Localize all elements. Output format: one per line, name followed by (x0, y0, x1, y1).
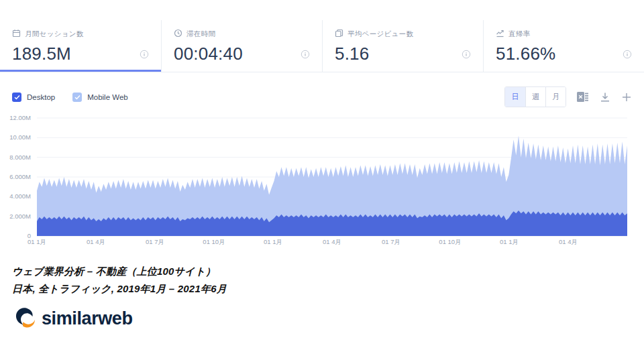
granularity-day-button[interactable]: 日 (505, 87, 525, 107)
granularity-switcher: 日 週 月 (504, 86, 566, 107)
metric-label: 直帰率 (508, 29, 530, 39)
info-icon[interactable] (623, 50, 632, 59)
pages-icon (335, 29, 343, 39)
calendar-icon (12, 29, 21, 39)
report-caption: ウェブ業界分析 – 不動産（上位100サイト） 日本, 全トラフィック, 201… (12, 263, 227, 298)
chart-toolbar: Desktop Mobile Web 日 週 月 (12, 86, 632, 107)
metric-tab-pages-per-visit[interactable]: 平均ページビュー数 5.16 (322, 20, 483, 72)
checkbox-checked-icon[interactable] (12, 93, 21, 102)
metric-tab-monthly-sessions[interactable]: 月間セッション数 189.5M (0, 20, 161, 72)
metric-tab-visit-duration[interactable]: 滞在時間 00:04:40 (161, 20, 322, 72)
granularity-week-button[interactable]: 週 (525, 87, 545, 107)
metric-label: 滞在時間 (186, 29, 215, 39)
x-axis-label: 01 7月 (382, 238, 400, 245)
mobile-web-legend-checkbox[interactable]: Mobile Web (72, 93, 128, 102)
metric-value: 5.16 (335, 44, 369, 64)
clock-icon (174, 29, 182, 39)
similarweb-logo: similarweb (15, 307, 133, 330)
y-axis-label: 12.00M (9, 114, 31, 121)
similarweb-logo-text: similarweb (42, 308, 133, 329)
x-axis-label: 01 1月 (28, 238, 46, 245)
x-axis-label: 01 7月 (146, 238, 164, 245)
caption-line-2: 日本, 全トラフィック, 2019年1月 – 2021年6月 (12, 280, 227, 298)
y-axis-label: 4.000M (9, 192, 31, 200)
traffic-area-chart[interactable]: 12.00M10.00M8.000M6.000M4.000M2.000M001 … (0, 111, 644, 248)
metric-label: 月間セッション数 (25, 29, 84, 39)
x-axis-label: 01 4月 (87, 238, 105, 245)
y-axis-label: 6.000M (9, 173, 31, 180)
x-axis-label: 01 10月 (439, 238, 461, 245)
info-icon[interactable] (462, 50, 471, 59)
info-icon[interactable] (301, 50, 310, 59)
y-axis-label: 8.000M (9, 154, 31, 161)
similarweb-logo-icon (15, 307, 36, 330)
metric-value: 00:04:40 (174, 44, 243, 64)
legend-label: Desktop (27, 93, 55, 101)
download-icon (599, 95, 611, 105)
download-button[interactable] (599, 91, 611, 103)
metric-value: 51.66% (496, 44, 555, 64)
x-axis-label: 01 4月 (323, 238, 341, 245)
metric-tab-bounce-rate[interactable]: 直帰率 51.66% (483, 20, 644, 72)
metric-label: 平均ページビュー数 (347, 29, 413, 39)
add-button[interactable] (621, 92, 632, 103)
excel-export-icon (576, 95, 589, 105)
caption-line-1: ウェブ業界分析 – 不動産（上位100サイト） (12, 263, 227, 280)
x-axis-label: 01 10月 (203, 238, 225, 245)
legend-label: Mobile Web (87, 93, 128, 101)
metrics-bar: 月間セッション数 189.5M 滞在時間 00:04:40 (0, 20, 644, 72)
x-axis-label: 01 1月 (500, 238, 519, 245)
y-axis-label: 2.000M (9, 213, 31, 220)
info-icon[interactable] (140, 50, 149, 59)
checkbox-checked-icon[interactable] (72, 93, 82, 102)
y-axis-label: 10.00M (9, 133, 31, 141)
bounce-icon (496, 29, 504, 39)
x-axis-label: 01 1月 (264, 238, 282, 245)
granularity-month-button[interactable]: 月 (545, 87, 566, 107)
x-axis-label: 01 4月 (559, 238, 578, 245)
similarweb-report-page: 月間セッション数 189.5M 滞在時間 00:04:40 (0, 0, 644, 362)
metric-value: 189.5M (12, 44, 71, 64)
excel-export-button[interactable] (576, 90, 589, 103)
add-icon (621, 95, 632, 105)
desktop-legend-checkbox[interactable]: Desktop (12, 93, 55, 102)
